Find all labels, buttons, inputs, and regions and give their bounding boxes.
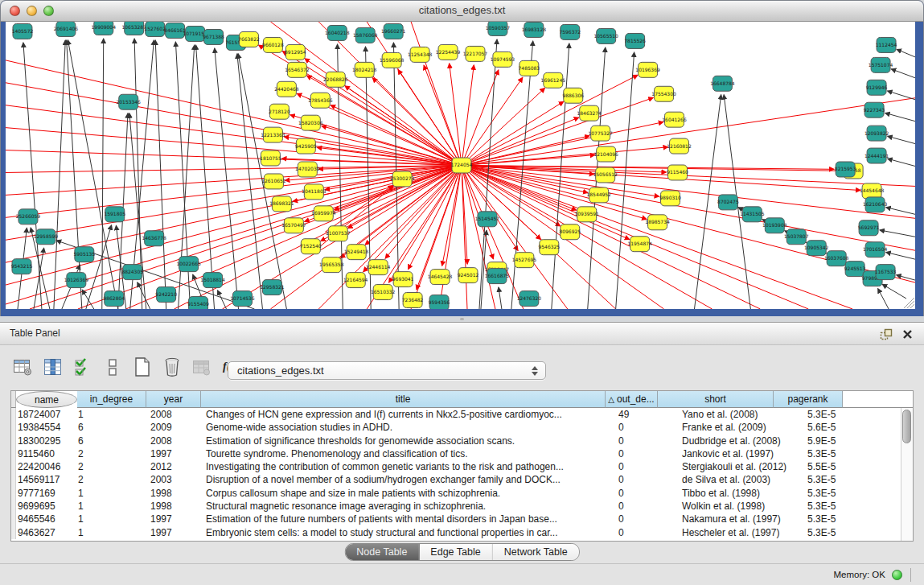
cell-short[interactable]: Tibbo et al. (1998) [658, 487, 774, 500]
cell-name[interactable]: 14569117 [16, 473, 77, 486]
cell-name[interactable]: 9463627 [16, 526, 77, 539]
graph-node[interactable]: 9245012 [458, 268, 479, 283]
cell-name[interactable]: 19384554 [16, 421, 77, 434]
cell-year[interactable]: 1997 [146, 526, 201, 539]
graph-edge[interactable] [888, 136, 915, 143]
graph-edge[interactable] [102, 39, 104, 309]
graph-node[interactable]: 14527695 [512, 253, 537, 268]
graph-node[interactable]: 25300273 [390, 171, 415, 187]
cell-name[interactable]: 9465546 [16, 513, 77, 525]
resize-grip[interactable] [902, 296, 914, 308]
cell-out_de[interactable]: 0 [606, 421, 658, 434]
cell-pagerank[interactable]: 5.9E-5 [774, 435, 843, 447]
cell-title[interactable]: Changes of HCN gene expression and I(f) … [201, 408, 606, 421]
graph-node[interactable]: 18698321 [269, 196, 294, 212]
graph-node[interactable]: 10193908 [762, 218, 787, 233]
graph-edge[interactable] [6, 60, 462, 166]
graph-node[interactable]: 14645428 [428, 270, 453, 285]
cell-short[interactable]: Franke et al. (2009) [658, 421, 774, 434]
cell-out_de[interactable]: 0 [606, 500, 658, 513]
graph-edge[interactable] [616, 52, 634, 309]
splitter-handle[interactable] [460, 318, 464, 320]
graph-node[interactable]: 1405572 [12, 23, 34, 39]
graph-node[interactable]: 5905135 [74, 247, 96, 262]
table-selector-dropdown[interactable]: citations_edges.txt [228, 361, 546, 380]
column-header-year[interactable]: year [146, 391, 201, 408]
graph-node[interactable]: 7815526 [624, 33, 646, 48]
graph-node[interactable]: 15018814 [200, 273, 225, 288]
graph-edge[interactable] [462, 101, 564, 165]
window-titlebar[interactable]: citations_edges.txt [1, 1, 923, 22]
graph-node[interactable]: 7152540 [300, 239, 322, 254]
graph-node[interactable]: 14636778 [142, 231, 166, 246]
graph-edge[interactable] [499, 287, 502, 309]
graph-node[interactable]: 12444191 [864, 148, 889, 163]
graph-edge[interactable] [897, 275, 915, 280]
graph-node[interactable]: 7663822 [238, 31, 260, 47]
cell-out_de[interactable]: 0 [606, 435, 658, 447]
cell-short[interactable]: Dudbridge et al. (2008) [658, 435, 774, 447]
cell-name[interactable]: 18300295 [16, 435, 77, 447]
cell-year[interactable]: 2008 [146, 435, 201, 447]
table-row[interactable]: 1456911722003Disruption of a novel membe… [11, 473, 913, 486]
cell-title[interactable]: Corpus callosum shape and size in male p… [201, 487, 606, 500]
column-header-pagerank[interactable]: pagerank [774, 391, 843, 408]
cell-title[interactable]: Estimation of the future numbers of pati… [201, 513, 606, 525]
graph-node[interactable]: 8215953 [835, 162, 856, 177]
cell-title[interactable]: Structural magnetic resonance image aver… [201, 500, 606, 513]
graph-edge[interactable] [885, 113, 915, 121]
show-columns-icon[interactable] [42, 356, 64, 378]
graph-node[interactable]: 9155409 [187, 297, 209, 309]
new-file-icon[interactable] [131, 356, 153, 378]
cell-pagerank[interactable]: 5.3E-5 [774, 447, 843, 460]
memory-status-icon[interactable] [892, 570, 902, 580]
graph-node[interactable]: 1167533 [875, 265, 897, 280]
graph-node[interactable]: 12610651 [261, 174, 286, 189]
graph-node[interactable]: 24420468 [274, 81, 299, 97]
graph-node[interactable]: 2718120 [269, 104, 290, 119]
select-all-icon[interactable] [72, 356, 93, 378]
column-header-out_de[interactable]: △out_de... [606, 391, 658, 408]
graph-node[interactable]: 7236482 [402, 293, 424, 308]
graph-edge[interactable] [887, 91, 915, 100]
column-header-short[interactable]: short [658, 391, 774, 408]
graph-node[interactable]: 18544952 [586, 187, 611, 203]
cell-out_de[interactable]: 0 [606, 513, 658, 525]
unselect-all-icon[interactable] [101, 356, 123, 378]
graph-edge[interactable] [880, 230, 915, 237]
graph-edge[interactable] [138, 282, 150, 309]
cell-pagerank[interactable]: 5.3E-5 [774, 408, 843, 421]
graph-node[interactable]: 16570497 [281, 218, 306, 233]
cell-title[interactable]: Tourette syndrome. Phenomenology and cla… [201, 447, 606, 460]
network-canvas[interactable]: 1405572206914061990900410653287152760284… [6, 22, 915, 309]
graph-node[interactable]: 10974593 [491, 51, 515, 67]
cell-title[interactable]: Estimation of significance thresholds fo… [201, 435, 606, 447]
table-row[interactable]: 946362711997Embryonic stem cells: a mode… [11, 526, 913, 539]
graph-node[interactable]: 11431505 [740, 207, 765, 222]
graph-node[interactable]: 9594356 [429, 295, 450, 309]
graph-node[interactable]: 16510332 [371, 285, 396, 300]
cell-year[interactable]: 2009 [146, 421, 201, 434]
graph-node[interactable]: 10196369 [635, 62, 660, 77]
column-header-name[interactable]: name [16, 391, 77, 408]
graph-edge[interactable] [6, 83, 462, 166]
graph-node[interactable]: 8096925 [559, 225, 581, 240]
graph-node[interactable]: 9693041 [392, 272, 414, 287]
graph-node[interactable]: 17854366 [308, 93, 333, 108]
cell-name[interactable]: 9699695 [16, 500, 77, 513]
cell-in_degree[interactable]: 2 [77, 447, 146, 460]
graph-node[interactable]: 1527602 [144, 22, 166, 36]
column-header-in_degree[interactable]: in_degree [77, 391, 146, 408]
graph-node[interactable]: 12476320 [517, 291, 542, 307]
cell-title[interactable]: Disruption of a novel member of a sodium… [201, 473, 606, 486]
cell-year[interactable]: 2003 [146, 473, 201, 486]
cell-out_de[interactable]: 0 [606, 526, 658, 539]
graph-node[interactable]: 12958321 [260, 280, 285, 295]
graph-node[interactable]: 9890310 [659, 191, 681, 206]
graph-node[interactable]: 15751074 [869, 57, 893, 72]
graph-node[interactable]: 25266059 [16, 209, 41, 225]
graph-node[interactable]: 16983128 [522, 22, 547, 37]
graph-node[interactable]: 15876068 [353, 27, 378, 43]
cell-in_degree[interactable]: 1 [77, 487, 146, 500]
graph-node[interactable]: 17016504 [863, 242, 888, 257]
